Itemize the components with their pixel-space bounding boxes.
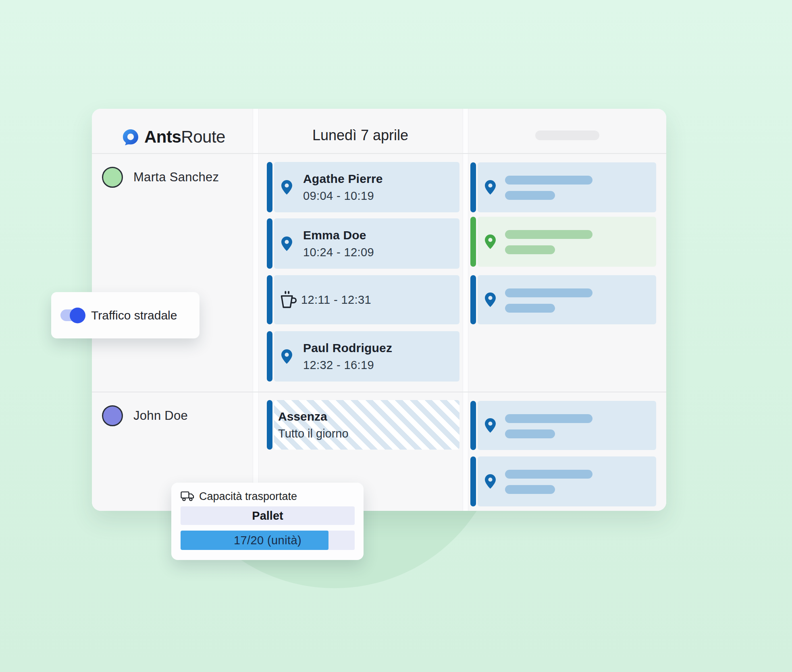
capacity-card: Capacità trasportate Pallet 17/20 (unità… [171, 483, 364, 560]
stop-body: Paul Rodriguez 12:32 - 16:19 [274, 331, 459, 382]
text-placeholder-bar [505, 245, 555, 254]
text-placeholder-bar [505, 429, 555, 438]
capacity-progress-label: 17/20 (unità) [234, 534, 301, 547]
date-label: Lunedì 7 aprile [258, 123, 462, 147]
route-color-bar [267, 331, 272, 382]
absence-title: Assenza [278, 410, 349, 423]
route-color-bar [470, 401, 476, 450]
location-pin-icon [281, 180, 292, 195]
stop-body: 12:11 - 12:31 [274, 275, 459, 324]
location-pin-icon [281, 236, 292, 251]
location-pin-icon [485, 292, 496, 307]
brand-name: AntsRoute [144, 127, 225, 147]
stop-body [478, 401, 656, 450]
header-divider [92, 153, 666, 154]
capacity-progress-bar: 17/20 (unità) [181, 531, 355, 550]
avatar-john [102, 405, 123, 426]
driver-name: Marta Sanchez [133, 170, 219, 185]
text-placeholder-bar [505, 485, 555, 494]
text-placeholder-bar [505, 288, 592, 297]
stop-text: Agathe Pierre 09:04 - 10:19 [303, 172, 383, 203]
capacity-title: Capacità trasportate [199, 490, 297, 503]
stop-title: Emma Doe [303, 228, 374, 242]
placeholder-stop-card[interactable] [470, 456, 656, 506]
placeholder-stop-card[interactable] [470, 162, 656, 212]
driver-row-john: John Doe [102, 405, 188, 426]
break-card[interactable]: 12:11 - 12:31 [267, 275, 459, 324]
page: { "brand": { "name_bold": "Ants", "name_… [0, 0, 792, 672]
driver-name: John Doe [133, 409, 188, 423]
stop-body [478, 162, 656, 212]
text-placeholder-bar [505, 470, 592, 479]
route-color-bar [470, 162, 476, 212]
stop-title: Paul Rodriguez [303, 341, 392, 355]
coffee-cup-icon [278, 290, 297, 310]
route-color-bar [267, 218, 272, 269]
avatar-marta [102, 167, 123, 188]
stop-text: Paul Rodriguez 12:32 - 16:19 [303, 341, 392, 372]
text-placeholder-bar [505, 176, 592, 185]
location-pin-icon [485, 418, 496, 433]
text-placeholder-bar [505, 191, 555, 200]
text-placeholder-bar [505, 230, 592, 239]
capacity-header: Capacità trasportate [181, 489, 297, 504]
route-color-bar [267, 275, 272, 324]
location-pin-icon [281, 349, 292, 364]
placeholder-stop-card[interactable] [470, 275, 656, 324]
driver-row-marta: Marta Sanchez [102, 167, 219, 188]
stop-card-emma[interactable]: Emma Doe 10:24 - 12:09 [267, 218, 459, 269]
brand-name-bold: Ants [144, 127, 181, 146]
section-divider [92, 392, 666, 392]
absence-card[interactable]: Assenza Tutto il giorno [267, 400, 459, 450]
absence-text: Assenza Tutto il giorno [278, 410, 349, 440]
capacity-category: Pallet [181, 506, 355, 525]
route-color-bar [470, 456, 476, 506]
placeholder-stop-card[interactable] [470, 401, 656, 450]
absence-subtitle: Tutto il giorno [278, 427, 349, 440]
toggle-knob[interactable] [70, 307, 85, 323]
brand-name-light: Route [181, 127, 225, 146]
location-pin-icon [485, 474, 496, 489]
absence-body: Assenza Tutto il giorno [274, 400, 459, 450]
stop-body: Emma Doe 10:24 - 12:09 [274, 218, 459, 269]
route-color-bar [267, 162, 272, 212]
stop-card-paul[interactable]: Paul Rodriguez 12:32 - 16:19 [267, 331, 459, 382]
text-placeholder-bar [505, 304, 555, 313]
text-placeholder-bar [505, 414, 592, 423]
brand-logo: AntsRoute [122, 127, 225, 147]
stop-text: Emma Doe 10:24 - 12:09 [303, 228, 374, 259]
truck-icon [181, 491, 194, 502]
route-color-bar [470, 275, 476, 324]
route-color-bar [267, 400, 272, 450]
location-pin-icon [485, 234, 496, 249]
stop-time: 09:04 - 10:19 [303, 189, 383, 203]
stop-body [478, 217, 656, 267]
stop-time: 10:24 - 12:09 [303, 246, 374, 259]
route-color-bar-green [470, 217, 476, 267]
placeholder-stop-card-completed[interactable] [470, 217, 656, 267]
stop-time: 12:32 - 16:19 [303, 359, 392, 372]
traffic-toggle-card: Traffico stradale [51, 292, 200, 338]
break-time: 12:11 - 12:31 [301, 293, 371, 307]
stop-card-agathe[interactable]: Agathe Pierre 09:04 - 10:19 [267, 162, 459, 212]
stop-body: Agathe Pierre 09:04 - 10:19 [274, 162, 459, 212]
header-placeholder-pill [535, 131, 599, 140]
stop-body [478, 456, 656, 506]
location-pin-icon [485, 180, 496, 195]
stop-title: Agathe Pierre [303, 172, 383, 186]
antsroute-drop-icon [122, 129, 139, 145]
stop-body [478, 275, 656, 324]
traffic-toggle-label: Traffico stradale [91, 309, 177, 322]
traffic-toggle[interactable] [60, 309, 84, 321]
